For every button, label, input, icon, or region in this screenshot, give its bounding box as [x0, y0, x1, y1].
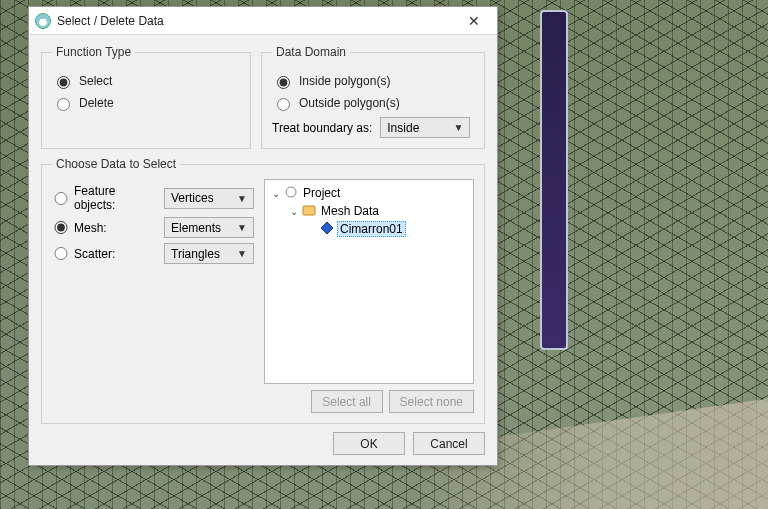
- data-domain-outside-radio[interactable]: [277, 98, 290, 111]
- choose-mesh-label[interactable]: Mesh:: [74, 221, 160, 235]
- tree-node-cimarron01[interactable]: Cimarron01: [267, 220, 471, 238]
- caret-down-icon: ▼: [453, 122, 463, 133]
- choose-mesh-radio[interactable]: [52, 221, 70, 234]
- function-type-group: Function Type Select Delete: [41, 45, 251, 149]
- choose-data-legend: Choose Data to Select: [52, 157, 180, 171]
- tree-label-project: Project: [301, 186, 342, 200]
- app-icon: [35, 13, 51, 29]
- choose-type-column: Feature objects: Vertices ▼ Mesh: Elemen…: [52, 179, 252, 413]
- choose-scatter-label[interactable]: Scatter:: [74, 247, 160, 261]
- mesh-breach-feature: [540, 10, 568, 350]
- dialog-titlebar[interactable]: Select / Delete Data ✕: [29, 7, 497, 35]
- svg-point-0: [286, 187, 296, 197]
- function-type-legend: Function Type: [52, 45, 135, 59]
- dialog-title: Select / Delete Data: [57, 14, 457, 28]
- choose-scatter-radio[interactable]: [52, 247, 70, 260]
- choose-mesh-value: Elements: [171, 221, 221, 235]
- function-type-select-label[interactable]: Select: [79, 74, 112, 88]
- ok-button[interactable]: OK: [333, 432, 405, 455]
- data-domain-inside-label[interactable]: Inside polygon(s): [299, 74, 390, 88]
- svg-marker-2: [321, 222, 333, 234]
- data-domain-inside-radio[interactable]: [277, 76, 290, 89]
- data-domain-group: Data Domain Inside polygon(s) Outside po…: [261, 45, 485, 149]
- project-tree-panel: Project Mesh Data: [264, 179, 474, 413]
- choose-scatter-combo[interactable]: Triangles ▼: [164, 243, 254, 264]
- mesh-item-icon: [320, 221, 334, 238]
- caret-down-icon: ▼: [237, 248, 247, 259]
- chevron-down-icon[interactable]: [289, 206, 299, 217]
- treat-boundary-combo[interactable]: Inside ▼: [380, 117, 470, 138]
- treat-boundary-label: Treat boundary as:: [272, 121, 372, 135]
- mesh-folder-icon: [302, 203, 316, 220]
- choose-data-group: Choose Data to Select Feature objects: V…: [41, 157, 485, 424]
- select-none-button[interactable]: Select none: [389, 390, 474, 413]
- data-domain-outside-label[interactable]: Outside polygon(s): [299, 96, 400, 110]
- project-tree[interactable]: Project Mesh Data: [264, 179, 474, 384]
- caret-down-icon: ▼: [237, 193, 247, 204]
- cancel-button[interactable]: Cancel: [413, 432, 485, 455]
- choose-feature-radio[interactable]: [52, 192, 70, 205]
- chevron-down-icon[interactable]: [271, 188, 281, 199]
- project-icon: [284, 185, 298, 202]
- dialog-button-row: OK Cancel: [29, 432, 497, 465]
- dialog-body: Function Type Select Delete Data Domain …: [29, 35, 497, 432]
- treat-boundary-value: Inside: [387, 121, 419, 135]
- choose-feature-combo[interactable]: Vertices ▼: [164, 188, 254, 209]
- close-icon[interactable]: ✕: [457, 13, 491, 29]
- tree-node-mesh-data[interactable]: Mesh Data: [267, 202, 471, 220]
- choose-scatter-value: Triangles: [171, 247, 220, 261]
- caret-down-icon: ▼: [237, 222, 247, 233]
- function-type-delete-label[interactable]: Delete: [79, 96, 114, 110]
- data-domain-legend: Data Domain: [272, 45, 350, 59]
- function-type-select-radio[interactable]: [57, 76, 70, 89]
- tree-label-mesh-data: Mesh Data: [319, 204, 381, 218]
- tree-node-project[interactable]: Project: [267, 184, 471, 202]
- choose-feature-label[interactable]: Feature objects:: [74, 184, 160, 212]
- select-delete-data-dialog: Select / Delete Data ✕ Function Type Sel…: [28, 6, 498, 466]
- function-type-delete-radio[interactable]: [57, 98, 70, 111]
- select-all-button[interactable]: Select all: [311, 390, 383, 413]
- choose-feature-value: Vertices: [171, 191, 214, 205]
- svg-rect-1: [303, 206, 315, 215]
- choose-mesh-combo[interactable]: Elements ▼: [164, 217, 254, 238]
- tree-label-cimarron01: Cimarron01: [337, 221, 406, 237]
